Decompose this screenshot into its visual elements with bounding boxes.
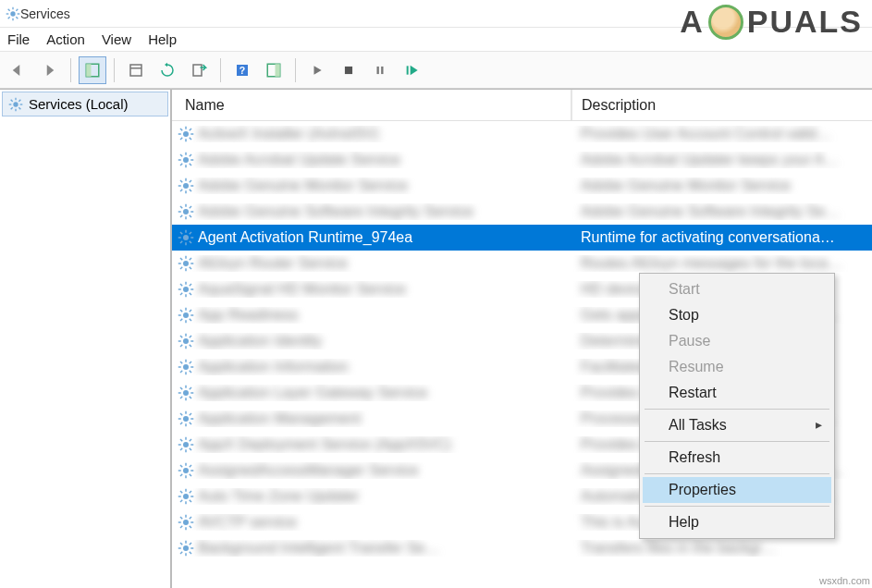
cm-properties[interactable]: Properties xyxy=(643,477,831,503)
svg-line-145 xyxy=(190,448,191,450)
svg-line-136 xyxy=(190,423,191,424)
svg-line-63 xyxy=(180,206,182,208)
gear-icon xyxy=(178,488,194,505)
show-hide-action-pane-button[interactable] xyxy=(260,56,288,84)
service-row[interactable]: Background Intelligent Transfer Se…Trans… xyxy=(172,535,872,561)
svg-line-171 xyxy=(180,517,182,519)
cm-separator xyxy=(645,473,829,474)
service-row-selected[interactable]: Agent Activation Runtime_974eaRuntime fo… xyxy=(172,225,872,251)
svg-line-172 xyxy=(190,526,191,528)
svg-point-139 xyxy=(183,442,189,447)
cm-help[interactable]: Help xyxy=(643,509,831,535)
cm-restart[interactable]: Restart xyxy=(643,380,831,406)
watermark-suffix: PUALS xyxy=(747,4,863,40)
service-name: Background Intelligent Transfer Se… xyxy=(198,540,439,557)
column-name[interactable]: Name xyxy=(172,90,571,120)
service-name: AllJoyn Router Service xyxy=(198,255,348,272)
svg-line-90 xyxy=(180,284,182,286)
svg-line-29 xyxy=(11,107,13,109)
svg-line-54 xyxy=(180,180,182,182)
service-description: Adobe Genuine Software Integrity Se… xyxy=(581,203,840,219)
svg-line-99 xyxy=(180,310,182,312)
svg-line-66 xyxy=(190,206,191,208)
svg-line-39 xyxy=(190,129,191,130)
cm-all-tasks[interactable]: All Tasks xyxy=(643,412,831,438)
gear-icon xyxy=(178,229,194,246)
export-list-button[interactable] xyxy=(185,56,213,84)
cm-refresh[interactable]: Refresh xyxy=(643,445,831,471)
svg-line-72 xyxy=(180,232,182,234)
footer-credit: wsxdn.com xyxy=(819,575,870,586)
menu-file[interactable]: File xyxy=(7,31,30,47)
svg-rect-19 xyxy=(377,66,379,73)
cm-start[interactable]: Start xyxy=(643,276,831,302)
gear-icon xyxy=(178,178,194,194)
column-description[interactable]: Description xyxy=(571,90,872,120)
svg-point-121 xyxy=(183,390,189,396)
tree-root-services-local[interactable]: Services (Local) xyxy=(2,92,168,116)
gear-icon xyxy=(178,152,194,168)
svg-line-137 xyxy=(180,423,182,424)
cm-resume[interactable]: Resume xyxy=(643,354,831,380)
gear-icon xyxy=(178,281,194,298)
menu-help[interactable]: Help xyxy=(148,31,177,47)
menu-view[interactable]: View xyxy=(102,31,131,47)
service-row[interactable]: ActiveX Installer (AxInstSV)Provides Use… xyxy=(172,121,872,147)
gear-icon xyxy=(178,462,194,479)
svg-line-144 xyxy=(180,439,182,441)
watermark-avatar-icon xyxy=(708,5,743,40)
back-button[interactable] xyxy=(4,56,31,84)
cm-separator xyxy=(645,506,829,507)
svg-line-154 xyxy=(190,474,191,476)
svg-point-0 xyxy=(10,11,15,16)
cm-stop[interactable]: Stop xyxy=(643,302,831,328)
menu-action[interactable]: Action xyxy=(46,31,85,47)
service-name: AssignedAccessManager Service xyxy=(198,462,418,479)
service-name: Application Identity xyxy=(198,333,322,349)
svg-line-156 xyxy=(190,465,191,467)
toolbar: ? xyxy=(0,52,872,89)
pause-service-button[interactable] xyxy=(366,56,394,84)
show-hide-console-tree-button[interactable] xyxy=(79,56,106,84)
help-button[interactable]: ? xyxy=(228,56,256,84)
svg-text:?: ? xyxy=(239,64,245,75)
svg-line-56 xyxy=(180,190,182,191)
properties-button[interactable] xyxy=(122,56,150,84)
svg-line-64 xyxy=(190,215,191,217)
start-service-button[interactable] xyxy=(303,56,331,84)
svg-line-153 xyxy=(180,465,182,467)
svg-line-81 xyxy=(180,258,182,260)
service-row[interactable]: Adobe Genuine Monitor ServiceAdobe Genui… xyxy=(172,173,872,199)
svg-point-130 xyxy=(183,416,189,422)
svg-line-102 xyxy=(190,310,191,312)
svg-point-40 xyxy=(183,157,189,163)
forward-button[interactable] xyxy=(35,56,63,84)
svg-point-166 xyxy=(183,520,189,525)
gear-icon xyxy=(8,97,23,112)
svg-rect-17 xyxy=(276,64,280,77)
watermark-prefix: A xyxy=(680,4,705,40)
tree-pane: Services (Local) xyxy=(0,90,172,588)
svg-line-55 xyxy=(190,190,191,191)
svg-point-58 xyxy=(183,209,189,214)
service-description: Provides User Account Control valid… xyxy=(581,126,831,141)
refresh-button[interactable] xyxy=(154,56,181,84)
svg-line-45 xyxy=(180,154,182,156)
service-row[interactable]: Adobe Acrobat Update ServiceAdobe Acroba… xyxy=(172,147,872,173)
gear-icon xyxy=(178,203,194,220)
svg-line-73 xyxy=(190,241,191,243)
window-title: Services xyxy=(20,6,70,21)
svg-line-37 xyxy=(190,138,191,140)
svg-line-48 xyxy=(190,154,191,156)
cm-pause[interactable]: Pause xyxy=(643,328,831,354)
service-row[interactable]: Adobe Genuine Software Integrity Service… xyxy=(172,199,872,225)
tree-root-label: Services (Local) xyxy=(29,96,129,112)
svg-line-182 xyxy=(180,552,182,554)
svg-line-28 xyxy=(18,107,20,109)
svg-line-163 xyxy=(190,500,191,502)
stop-service-button[interactable] xyxy=(335,56,362,84)
restart-service-button[interactable] xyxy=(398,56,425,84)
svg-line-84 xyxy=(190,258,191,260)
svg-point-85 xyxy=(183,287,189,292)
svg-line-27 xyxy=(11,99,13,101)
